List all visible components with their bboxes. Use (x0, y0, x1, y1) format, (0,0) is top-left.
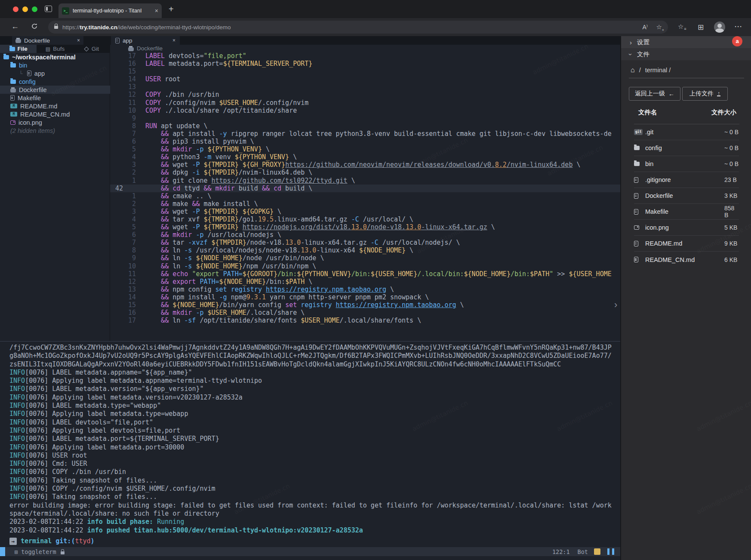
code-line[interactable]: 5 && mkdir -p ${PYTHON_VENV} \ (110, 145, 620, 153)
sidebar-buffer-tab-dockerfile[interactable]: Dockerfile × (12, 36, 83, 45)
code-line[interactable]: 11 && echo "export PATH=${GOROOT}/bin:${… (110, 270, 620, 278)
back-icon[interactable]: ← (11, 22, 19, 31)
panel-expand-icon[interactable]: › (614, 299, 617, 311)
file-row-dockerfile[interactable]: Dockerfile3 KB (634, 188, 739, 204)
file-manager-panel: › 设置 a › 文件 ⌂ / terminal / 返回上一级 ← 上传文件 … (620, 36, 751, 560)
file-row-config[interactable]: config~ 0 B (634, 140, 739, 156)
browser-profile-avatar[interactable] (714, 22, 725, 33)
code-line[interactable]: 14USER root (110, 75, 620, 83)
tree-item-app[interactable]: └ app (0, 69, 110, 77)
code-line[interactable]: 13 (110, 83, 620, 91)
code-line[interactable]: 2 && dpkg -i ${TMPDIR}/nvim-linux64.deb … (110, 169, 620, 176)
close-tab-icon[interactable]: × (155, 8, 158, 14)
code-line[interactable]: 11COPY ./config/nvim $USER_HOME/.config/… (110, 99, 620, 107)
terminal-line: 2023-02-08T21:44:22 info pushed titan.hu… (9, 526, 620, 535)
file-row-readme-md[interactable]: README.md9 KB (634, 236, 739, 252)
code-line[interactable]: 1 && cmake .. \ (110, 192, 620, 200)
code-line[interactable]: 2 && make && make install \ (110, 200, 620, 208)
code-line[interactable]: 4 && python3 -m venv ${PYTHON_VENV} \ (110, 153, 620, 161)
code-line[interactable]: 13 && npm config set registry https://re… (110, 286, 620, 293)
macos-minimize-button[interactable] (22, 6, 28, 12)
code-line[interactable]: 8RUN apt update \ (110, 122, 620, 130)
code-line[interactable]: 9 && ln -s ${NODE_HOME}/node /usr/bin/no… (110, 254, 620, 262)
tree-item-icon-png[interactable]: icon.png (0, 118, 110, 126)
user-avatar[interactable]: a (732, 36, 742, 46)
file-name: .gitignore (645, 176, 671, 183)
close-editor-tab-icon[interactable]: × (172, 37, 175, 43)
code-line[interactable]: 12COPY ./bin /usr/bin (110, 91, 620, 98)
tree-item-readme-cn-md[interactable]: MREADME_CN.md (0, 110, 110, 118)
explorer-tab-file[interactable]: File (0, 45, 37, 53)
code-line[interactable]: 3 && wget -P ${TMPDIR} ${GH_PROXY}https:… (110, 161, 620, 169)
macos-close-button[interactable] (13, 6, 18, 12)
code-line[interactable]: 16 && mkdir -p $USER_HOME/.local/share \ (110, 309, 620, 317)
reload-icon[interactable] (31, 23, 38, 32)
file-row-bin[interactable]: bin~ 0 B (634, 156, 739, 172)
collections-icon[interactable]: ⊞ (698, 23, 704, 32)
address-bar[interactable]: https://try.titanide.cn/ide/web/coding/t… (48, 21, 668, 34)
code-line[interactable]: 7 && tar -xvzf ${TMPDIR}/node-v18.13.0-l… (110, 239, 620, 246)
add-favorite-icon[interactable]: ☆+ (656, 23, 662, 31)
macos-maximize-button[interactable] (32, 6, 37, 12)
folder-icon (10, 63, 16, 68)
editor-tab-app[interactable]: app × (111, 36, 180, 45)
tree-item-readme-md[interactable]: MREADME.md (0, 102, 110, 110)
code-line[interactable]: 10 && ln -s ${NODE_HOME}/npm /usr/bin/np… (110, 262, 620, 270)
image-icon (10, 120, 15, 125)
explorer-tab-git[interactable]: Git (74, 45, 110, 53)
code-line[interactable]: 3 && wget -P ${TMPDIR} ${GOPKG} \ (110, 208, 620, 215)
file-row-readme-cn-md[interactable]: README_CN.md6 KB (634, 252, 739, 268)
code-text: LABEL devtools="file,port" (142, 52, 246, 60)
code-line[interactable]: 4 && tar xvf ${TMPDIR}/go1.19.5.linux-am… (110, 215, 620, 223)
code-line[interactable]: 8 && ln -s /usr/local/nodejs/node-v18.13… (110, 246, 620, 254)
close-buffer-icon[interactable]: × (77, 37, 80, 43)
code-line[interactable]: 17LABEL devtools="file,port" (110, 52, 620, 60)
tree-item-dockerfile[interactable]: Dockerfile (0, 86, 110, 94)
terminal-output[interactable]: /fj7CcwoCW7ZXBc3snKxZNYHpbh7uhwOvx2lsi4W… (0, 341, 620, 560)
read-aloud-icon[interactable]: A) (643, 24, 648, 31)
file-row--git[interactable]: git.git~ 0 B (634, 124, 739, 140)
file-row-icon-png[interactable]: icon.png5 KB (634, 220, 739, 236)
go-up-button[interactable]: 返回上一级 ← (629, 87, 680, 101)
cursor-position: 122:1 (552, 548, 570, 555)
tree-item-makefile[interactable]: Makefile (0, 94, 110, 102)
code-line[interactable]: 16LABEL metadata.port=${TERMINAL_SERVER_… (110, 60, 620, 68)
code-line[interactable]: 14 && npm install -g npm@9.3.1 yarn cnpm… (110, 293, 620, 301)
section-files[interactable]: › 文件 (621, 48, 751, 60)
code-line[interactable]: 7 && apt install -y ripgrep ranger lolca… (110, 130, 620, 138)
code-line[interactable]: 17 && ln -sf /opt/titanide/share/fonts $… (110, 317, 620, 324)
code-line[interactable]: 42 && cd ttyd && mkdir build && cd build… (110, 185, 620, 192)
new-tab-button[interactable]: + (169, 5, 174, 13)
file-row-makefile[interactable]: Makefile858 B (634, 204, 739, 220)
line-number: 6 (110, 231, 142, 239)
line-number: 10 (110, 107, 142, 114)
code-line[interactable]: 6 && mkdir -p /usr/local/nodejs \ (110, 231, 620, 239)
explorer-tab-bufs[interactable]: ▤Bufs (37, 45, 73, 53)
code-line[interactable]: 9 (110, 114, 620, 122)
upload-file-button[interactable]: 上传文件 ↑ (682, 87, 728, 101)
code-text: RUN apt update \ (142, 122, 208, 130)
terminal-line: INFO[0076] Taking snapshot of files... (9, 493, 620, 501)
code-line[interactable]: 5 && wget -P ${TMPDIR} https://nodejs.or… (110, 223, 620, 231)
home-icon[interactable]: ⌂ (631, 66, 635, 74)
browser-tab[interactable]: >_ terminal-ttyd-wlotnipo - TitanI × (58, 3, 162, 18)
code-line[interactable]: 1 && git clone https://github.com/tsl092… (110, 177, 620, 185)
tree-item-config[interactable]: config (0, 77, 110, 86)
code-line[interactable]: 15 && ${NODE_HOME}/bin/yarn config set r… (110, 301, 620, 309)
code-line[interactable]: 10COPY ./.local/share /opt/titanide/shar… (110, 107, 620, 114)
file-row--gitignore[interactable]: .gitignore23 B (634, 172, 739, 188)
tab-overview-icon[interactable] (45, 6, 52, 12)
tree-item--2-hidden-items-[interactable]: (2 hidden items) (0, 126, 110, 135)
tree-item-label: Dockerfile (19, 86, 46, 93)
section-settings[interactable]: › 设置 a (621, 36, 751, 48)
markdown-icon: M (10, 104, 17, 108)
code-editor[interactable]: 17LABEL devtools="file,port"16LABEL meta… (110, 52, 620, 327)
browser-menu-icon[interactable]: ··· (735, 23, 742, 30)
code-line[interactable]: 15 (110, 68, 620, 75)
favorites-list-icon[interactable]: ☆≡ (678, 23, 683, 31)
breadcrumb-path[interactable]: terminal / (645, 67, 671, 74)
tree-item-bin[interactable]: bin (0, 61, 110, 69)
tree-item--workspace-terminal[interactable]: ~/workspace/terminal (0, 53, 110, 61)
code-line[interactable]: 6 && pip3 install pynvim \ (110, 138, 620, 145)
code-line[interactable]: 12 && export PATH=${NODE_HOME}/bin:$PATH… (110, 278, 620, 286)
